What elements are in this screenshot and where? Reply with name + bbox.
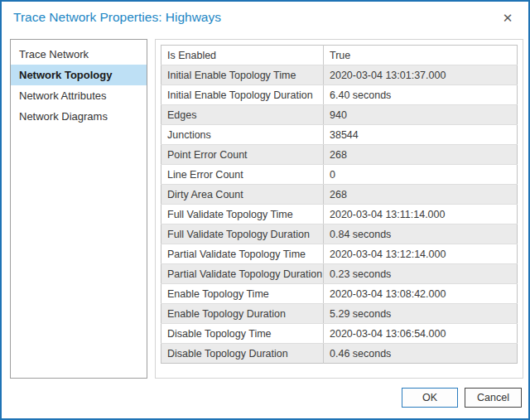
close-icon[interactable]: ✕ — [497, 7, 518, 28]
sidebar-item-trace-network[interactable]: Trace Network — [11, 44, 147, 65]
property-label: Partial Validate Topology Duration — [161, 264, 324, 284]
property-label: Enable Topology Duration — [161, 304, 324, 324]
table-row: Initial Enable Topology Duration6.40 sec… — [161, 85, 518, 105]
property-value: True — [324, 46, 518, 65]
property-label: Point Error Count — [161, 145, 324, 165]
property-label: Initial Enable Topology Duration — [161, 85, 324, 105]
table-row: Partial Validate Topology Time2020-03-04… — [161, 244, 518, 264]
table-row: Edges940 — [161, 105, 518, 125]
table-row: Point Error Count268 — [161, 145, 518, 165]
property-label: Full Validate Topology Time — [161, 205, 324, 224]
property-label: Full Validate Topology Duration — [161, 224, 324, 244]
network-topology-panel: Is EnabledTrueInitial Enable Topology Ti… — [155, 39, 523, 379]
property-value: 0 — [324, 165, 518, 185]
table-row: Junctions38544 — [161, 125, 518, 145]
table-row: Line Error Count0 — [161, 165, 518, 185]
property-value: 2020-03-04 13:11:14.000 — [324, 205, 518, 224]
table-row: Enable Topology Time2020-03-04 13:08:42.… — [161, 284, 518, 304]
property-value: 2020-03-04 13:12:14.000 — [324, 244, 518, 264]
property-label: Disable Topology Time — [161, 324, 324, 344]
property-value: 0.84 seconds — [324, 224, 518, 244]
property-value: 0.23 seconds — [324, 264, 518, 284]
sidebar-item-network-topology[interactable]: Network Topology — [11, 65, 147, 85]
property-value: 38544 — [324, 125, 518, 145]
ok-button[interactable]: OK — [402, 388, 458, 408]
property-label: Is Enabled — [161, 46, 324, 65]
property-label: Junctions — [161, 125, 324, 145]
table-row: Dirty Area Count268 — [161, 185, 518, 205]
property-label: Initial Enable Topology Time — [161, 65, 324, 85]
trace-network-properties-dialog: Trace Network Properties: Highways ✕ Tra… — [0, 0, 530, 420]
dialog-content: Trace NetworkNetwork TopologyNetwork Att… — [2, 33, 528, 379]
sidebar-item-network-attributes[interactable]: Network Attributes — [11, 85, 147, 106]
table-row: Enable Topology Duration5.29 seconds — [161, 304, 518, 324]
table-row: Is EnabledTrue — [161, 46, 518, 65]
property-value: 0.46 seconds — [324, 344, 518, 364]
dialog-titlebar: Trace Network Properties: Highways ✕ — [2, 2, 528, 33]
table-row: Disable Topology Time2020-03-04 13:06:54… — [161, 324, 518, 344]
dialog-footer: OK Cancel — [2, 379, 528, 420]
property-label: Partial Validate Topology Time — [161, 244, 324, 264]
property-value: 6.40 seconds — [324, 85, 518, 105]
sidebar-nav: Trace NetworkNetwork TopologyNetwork Att… — [10, 39, 147, 379]
property-label: Dirty Area Count — [161, 185, 324, 205]
property-label: Line Error Count — [161, 165, 324, 185]
property-value: 268 — [324, 145, 518, 165]
table-row: Full Validate Topology Duration0.84 seco… — [161, 224, 518, 244]
property-label: Enable Topology Time — [161, 284, 324, 304]
property-value: 268 — [324, 185, 518, 205]
table-row: Full Validate Topology Time2020-03-04 13… — [161, 205, 518, 224]
property-value: 5.29 seconds — [324, 304, 518, 324]
dialog-title: Trace Network Properties: Highways — [13, 10, 221, 25]
properties-table: Is EnabledTrueInitial Enable Topology Ti… — [161, 45, 518, 364]
table-row: Partial Validate Topology Duration0.23 s… — [161, 264, 518, 284]
property-label: Disable Topology Duration — [161, 344, 324, 364]
property-value: 2020-03-04 13:08:42.000 — [324, 284, 518, 304]
property-label: Edges — [161, 105, 324, 125]
property-value: 940 — [324, 105, 518, 125]
table-row: Disable Topology Duration0.46 seconds — [161, 344, 518, 364]
property-value: 2020-03-04 13:06:54.000 — [324, 324, 518, 344]
table-row: Initial Enable Topology Time2020-03-04 1… — [161, 65, 518, 85]
cancel-button[interactable]: Cancel — [465, 388, 522, 408]
sidebar-item-network-diagrams[interactable]: Network Diagrams — [11, 106, 147, 127]
property-value: 2020-03-04 13:01:37.000 — [324, 65, 518, 85]
